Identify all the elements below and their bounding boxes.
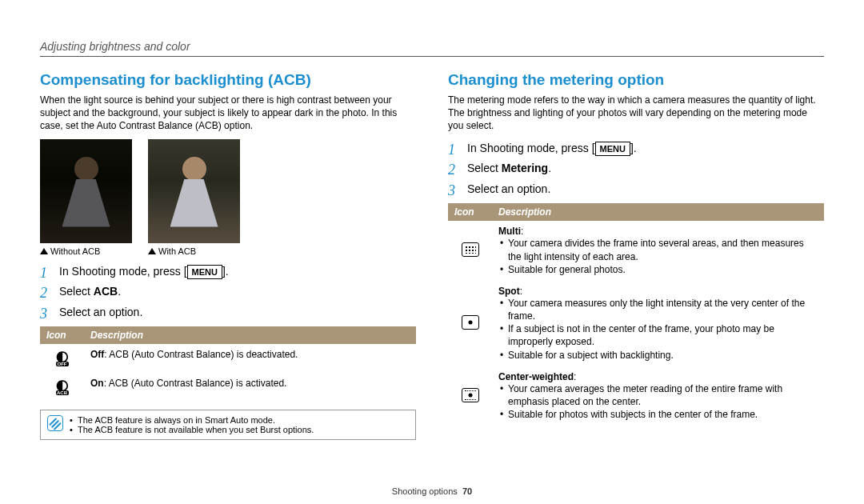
note-list: The ACB feature is always on in Smart Au… <box>70 415 314 434</box>
desc-bullet: Suitable for photos with subjects in the… <box>498 408 818 421</box>
desc-bullet: Your camera divides the frame into sever… <box>498 237 818 262</box>
step-text: . <box>548 162 551 174</box>
multi-metering-icon <box>462 242 479 257</box>
table-row: ◐ACB On: ACB (Auto Contrast Balance) is … <box>40 373 416 402</box>
spot-metering-icon <box>462 315 479 330</box>
caption-without: Without ACB <box>40 246 132 256</box>
step-bold: ACB <box>94 285 118 298</box>
th-icon: Icon <box>448 203 492 221</box>
table-row: Spot: Your camera measures only the ligh… <box>448 281 824 366</box>
acb-intro: When the light source is behind your sub… <box>40 94 416 133</box>
row-bold: Spot <box>498 286 520 297</box>
table-row: Multi: Your camera divides the frame int… <box>448 221 824 281</box>
step-text: In Shooting mode, press [ <box>59 265 187 278</box>
step-text: Select <box>59 285 94 298</box>
acb-steps: In Shooting mode, press [MENU]. Select A… <box>40 264 416 321</box>
figure-without-acb: Without ACB <box>40 139 132 256</box>
caption-without-text: Without ACB <box>50 246 100 256</box>
metering-intro: The metering mode refers to the way in w… <box>448 94 824 133</box>
step-bold: Metering <box>502 162 548 174</box>
page-header: Adjusting brightness and color <box>40 40 824 57</box>
triangle-up-icon <box>148 248 156 254</box>
thumb-without-acb <box>40 139 132 243</box>
row-bold: Center-weighted <box>498 371 574 382</box>
metering-step-1: In Shooting mode, press [MENU]. <box>448 141 824 157</box>
th-desc: Description <box>492 203 824 221</box>
row-bold: Multi <box>498 226 521 237</box>
acb-options-table: Icon Description ◐OFF Off: ACB (Auto Con… <box>40 326 416 402</box>
step-text: Select <box>467 162 502 174</box>
metering-step-3: Select an option. <box>448 182 824 198</box>
caption-with-text: With ACB <box>158 246 196 256</box>
acb-off-icon: ◐OFF <box>56 349 69 366</box>
step-text: In Shooting mode, press [ <box>467 142 595 154</box>
metering-options-table: Icon Description Multi: Your camera divi… <box>448 203 824 426</box>
footer-section: Shooting options <box>392 486 458 496</box>
acb-step-1: In Shooting mode, press [MENU]. <box>40 264 416 280</box>
th-icon: Icon <box>40 326 84 344</box>
metering-step-2: Select Metering. <box>448 161 824 177</box>
center-weighted-icon <box>462 388 479 402</box>
menu-button-label: MENU <box>595 142 630 156</box>
row-text: : ACB (Auto Contrast Balance) is activat… <box>104 378 287 389</box>
th-desc: Description <box>84 326 416 344</box>
acb-step-3: Select an option. <box>40 305 416 321</box>
table-row: ◐OFF Off: ACB (Auto Contrast Balance) is… <box>40 344 416 373</box>
acb-step-2: Select ACB. <box>40 284 416 300</box>
acb-on-icon: ◐ACB <box>56 378 69 395</box>
row-bold: Off <box>90 349 104 360</box>
note-item: The ACB feature is not available when yo… <box>70 425 314 434</box>
page-number: 70 <box>462 486 472 496</box>
step-text: ]. <box>630 142 637 154</box>
note-item: The ACB feature is always on in Smart Au… <box>70 415 314 425</box>
step-text: . <box>118 285 121 298</box>
caption-with: With ACB <box>148 246 240 256</box>
row-bold: On <box>90 378 104 389</box>
acb-figures: Without ACB With ACB <box>40 139 416 256</box>
right-column: Changing the metering option The meterin… <box>448 71 824 440</box>
metering-steps: In Shooting mode, press [MENU]. Select M… <box>448 141 824 198</box>
triangle-up-icon <box>40 248 48 254</box>
row-text: : ACB (Auto Contrast Balance) is deactiv… <box>104 349 298 360</box>
desc-bullet: Suitable for a subject with backlighting… <box>498 349 818 362</box>
note-box: The ACB feature is always on in Smart Au… <box>40 410 416 440</box>
acb-title: Compensating for backlighting (ACB) <box>40 71 416 89</box>
content-columns: Compensating for backlighting (ACB) When… <box>40 71 824 440</box>
page-footer: Shooting options 70 <box>0 486 864 496</box>
table-row: Center-weighted: Your camera averages th… <box>448 366 824 426</box>
desc-bullet: Your camera averages the meter reading o… <box>498 382 818 408</box>
figure-with-acb: With ACB <box>148 139 240 256</box>
left-column: Compensating for backlighting (ACB) When… <box>40 71 416 440</box>
desc-bullet: Suitable for general photos. <box>498 263 818 276</box>
desc-bullet: Your camera measures only the light inte… <box>498 297 818 322</box>
desc-bullet: If a subject is not in the center of the… <box>498 322 818 348</box>
menu-button-label: MENU <box>187 265 222 279</box>
note-icon <box>47 415 63 431</box>
metering-title: Changing the metering option <box>448 71 824 89</box>
step-text: ]. <box>222 265 229 278</box>
thumb-with-acb <box>148 139 240 243</box>
